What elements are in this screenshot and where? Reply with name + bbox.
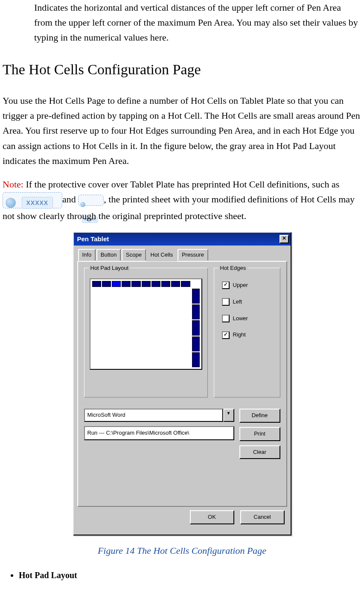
figure: Pen Tablet ✕ Info Button Scope Hot Cells…	[3, 232, 361, 535]
note-text-2: and	[62, 194, 78, 205]
bullet-hot-pad-layout: Hot Pad Layout	[19, 568, 361, 582]
hot-pad-layout-canvas[interactable]	[90, 278, 202, 370]
edge-left-label: Left	[233, 298, 242, 307]
right-edge-cells[interactable]	[192, 289, 200, 367]
body-paragraph: You use the Hot Cells Page to define a n…	[3, 93, 361, 168]
clear-button[interactable]: Clear	[239, 445, 280, 459]
chevron-down-icon[interactable]: ▼	[223, 409, 234, 422]
note-text-1: If the protective cover over Tablet Plat…	[23, 179, 339, 190]
close-icon[interactable]: ✕	[280, 235, 289, 243]
section-heading: The Hot Cells Configuration Page	[3, 58, 361, 81]
edge-left-row[interactable]: Left	[222, 298, 273, 307]
dialog-titlebar[interactable]: Pen Tablet ✕	[74, 233, 291, 246]
combo-value[interactable]: MicroSoft Word	[84, 409, 223, 422]
edge-upper-label: Upper	[233, 281, 248, 290]
edge-lower-row[interactable]: Lower	[222, 314, 273, 323]
print-button[interactable]: Print	[239, 427, 280, 441]
tab-row: Info Button Scope Hot Cells Pressure	[74, 246, 291, 261]
checkbox-left[interactable]	[222, 298, 230, 306]
hotcell-badge-small-icon: XXXXX	[78, 195, 104, 206]
tab-hot-cells[interactable]: Hot Cells	[147, 249, 177, 261]
hotcell-name-combo[interactable]: MicroSoft Word ▼	[84, 409, 234, 422]
dot-icon	[6, 198, 16, 208]
dialog-footer: OK Cancel	[74, 510, 291, 535]
pen-tablet-dialog: Pen Tablet ✕ Info Button Scope Hot Cells…	[73, 232, 291, 535]
edge-right-label: Right	[233, 330, 246, 339]
tab-button[interactable]: Button	[96, 249, 121, 260]
dot-icon	[80, 202, 85, 207]
tab-scope[interactable]: Scope	[122, 249, 146, 260]
note-label: Note:	[3, 179, 23, 190]
dialog-title: Pen Tablet	[77, 234, 109, 244]
tab-pressure[interactable]: Pressure	[178, 249, 208, 260]
badge-large-text: XXXXX	[22, 197, 53, 209]
hotcell-action-list[interactable]: Run --- C:\Program Files\Microsoft Offic…	[84, 426, 234, 440]
figure-caption: Figure 14 The Hot Cells Configuration Pa…	[3, 543, 361, 558]
checkbox-upper[interactable]: ✓	[222, 281, 230, 289]
checkbox-right[interactable]: ✓	[222, 331, 230, 339]
edge-upper-row[interactable]: ✓ Upper	[222, 281, 273, 290]
hotcell-badge-large-icon: XXXXX	[3, 192, 62, 208]
edge-right-row[interactable]: ✓ Right	[222, 330, 273, 339]
group-hot-edges: ✓ Upper Left Lower ✓ Right	[214, 268, 280, 398]
edge-lower-label: Lower	[233, 314, 248, 323]
intro-paragraph: Indicates the horizontal and vertical di…	[34, 0, 361, 45]
top-edge-cells[interactable]	[92, 281, 190, 287]
tab-info[interactable]: Info	[78, 249, 96, 260]
define-button[interactable]: Define	[239, 409, 280, 423]
ok-button[interactable]: OK	[190, 510, 234, 524]
note-paragraph: Note: If the protective cover over Table…	[3, 177, 361, 223]
group-hot-pad-layout	[84, 268, 208, 398]
tab-panel: ✓ Upper Left Lower ✓ Right	[77, 261, 287, 507]
checkbox-lower[interactable]	[222, 315, 230, 322]
cancel-button[interactable]: Cancel	[240, 510, 285, 524]
